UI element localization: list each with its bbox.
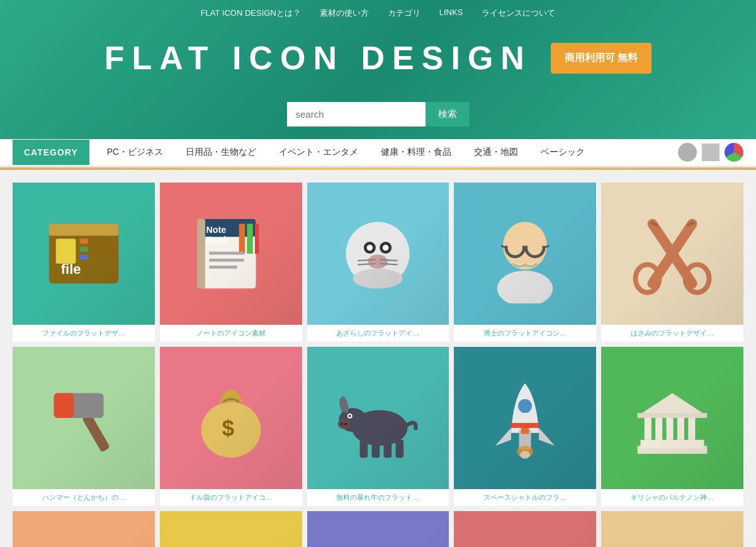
nav-link-license[interactable]: ライセンスについて xyxy=(482,8,555,19)
svg-point-28 xyxy=(353,269,403,289)
list-item[interactable]: あざらしのフラットアイ… xyxy=(307,183,449,342)
svg-rect-71 xyxy=(688,416,695,440)
svg-rect-65 xyxy=(641,439,704,448)
svg-point-23 xyxy=(368,254,388,268)
icon-image-chicken xyxy=(160,511,302,547)
item-label: 無料の暴れ牛のフラット… xyxy=(307,489,449,506)
item-label: ギリシャのパルテノン神… xyxy=(601,489,743,506)
svg-rect-2 xyxy=(56,239,76,264)
svg-rect-4 xyxy=(80,247,88,252)
svg-point-54 xyxy=(341,422,344,426)
view-toggle-icons xyxy=(678,143,743,162)
list-item[interactable]: ギリシャのパルテノン神… xyxy=(601,347,743,506)
item-label: ドル袋のフラットアイコ… xyxy=(160,489,302,506)
item-label: スペースシャトルのフラ… xyxy=(454,489,596,506)
list-item[interactable]: file ファイルのフラットデザ… xyxy=(13,183,155,342)
nav-link-about[interactable]: FLAT ICON DESIGNとは？ xyxy=(201,8,301,19)
svg-rect-70 xyxy=(677,416,684,440)
svg-point-53 xyxy=(338,419,350,429)
svg-text:$: $ xyxy=(222,416,234,440)
list-item[interactable]: コーヒーカップのフラッ… xyxy=(454,511,596,547)
icon-image-bull xyxy=(307,347,449,489)
cat-health[interactable]: 健康・料理・食品 xyxy=(370,139,463,166)
svg-rect-5 xyxy=(80,254,88,259)
item-label: ハンマー（とんかち）の… xyxy=(13,489,155,506)
icon-image-eye xyxy=(13,511,155,547)
search-input[interactable] xyxy=(287,102,426,127)
svg-point-55 xyxy=(345,422,348,426)
svg-rect-3 xyxy=(80,239,88,244)
list-item[interactable]: スペースシャトルのフラ… xyxy=(454,347,596,506)
gray-circle-icon[interactable] xyxy=(678,143,697,162)
svg-rect-51 xyxy=(384,439,392,457)
color-circle-icon[interactable] xyxy=(725,143,743,162)
icon-image-seal xyxy=(307,183,449,325)
search-button[interactable]: 検索 xyxy=(426,102,470,127)
list-item[interactable]: 目玉のアイコン素材 xyxy=(13,511,155,547)
list-item[interactable]: $ ドル袋のフラットアイコ… xyxy=(160,347,302,506)
svg-rect-67 xyxy=(645,416,652,440)
gray-square-icon[interactable] xyxy=(702,144,719,161)
category-label: CATEGORY xyxy=(13,140,89,165)
list-item[interactable]: 無料の暴れ牛のフラット… xyxy=(307,347,449,506)
list-item[interactable]: にわとりのフラットアイ… xyxy=(160,511,302,547)
nav-link-links[interactable]: LINKS xyxy=(439,8,463,19)
cat-event[interactable]: イベント・エンタメ xyxy=(268,139,370,166)
icon-image-hammer xyxy=(13,347,155,489)
svg-text:file: file xyxy=(61,261,81,277)
cat-basic[interactable]: ベーシック xyxy=(529,139,596,166)
svg-rect-1 xyxy=(49,223,119,235)
list-item[interactable]: ハンマー（とんかち）の… xyxy=(13,347,155,506)
nav-link-usage[interactable]: 素材の使い方 xyxy=(320,8,369,19)
svg-rect-69 xyxy=(667,416,674,440)
svg-line-27 xyxy=(380,264,398,265)
svg-point-58 xyxy=(518,399,532,413)
svg-rect-10 xyxy=(247,223,252,253)
item-label: はさみのフラットデザイ… xyxy=(601,325,743,342)
icon-image-calculator: + − × ÷ xyxy=(307,511,449,547)
item-label: ファイルのフラットデザ… xyxy=(13,325,155,342)
svg-point-22 xyxy=(383,245,388,251)
svg-point-21 xyxy=(367,245,373,251)
list-item[interactable]: はさみのフラットデザイ… xyxy=(601,183,743,342)
svg-marker-66 xyxy=(638,393,708,415)
icon-image-parthenon xyxy=(601,347,743,489)
icon-image-shuttle xyxy=(454,347,596,489)
icon-grid: file ファイルのフラットデザ… Note Book ノートのアイコ xyxy=(0,170,756,547)
list-item[interactable]: 博士のフラットアイコン… xyxy=(454,183,596,342)
list-item[interactable]: + − × ÷ 計算機のフラットアイコ… xyxy=(307,511,449,547)
cat-transport[interactable]: 交通・地図 xyxy=(463,139,529,166)
icon-image-notebook: Note Book xyxy=(160,183,302,325)
search-bar: 検索 xyxy=(0,102,756,127)
item-label: ノートのアイコン素材 xyxy=(160,325,302,342)
svg-rect-52 xyxy=(396,439,404,457)
svg-rect-15 xyxy=(209,259,244,262)
category-bar: CATEGORY PC・ビジネス 日用品・生物など イベント・エンタメ 健康・料… xyxy=(0,139,756,167)
svg-rect-68 xyxy=(655,416,662,440)
item-label: 博士のフラットアイコン… xyxy=(454,325,596,342)
icon-image-scissors xyxy=(601,183,743,325)
site-title: FLAT ICON DESIGN xyxy=(104,39,532,77)
icon-image-buffalo xyxy=(601,511,743,547)
nav-link-category[interactable]: カテゴリ xyxy=(388,8,420,19)
svg-rect-49 xyxy=(360,439,368,457)
svg-rect-44 xyxy=(54,393,74,418)
icon-image-professor xyxy=(454,183,596,325)
svg-text:Book: Book xyxy=(206,235,228,245)
list-item[interactable]: Note Book ノートのアイコン素材 xyxy=(160,183,302,342)
svg-point-30 xyxy=(497,271,553,303)
svg-text:Note: Note xyxy=(206,225,226,235)
svg-point-63 xyxy=(520,451,530,459)
icon-image-moneybag: $ xyxy=(160,347,302,489)
svg-rect-14 xyxy=(209,252,244,255)
svg-line-25 xyxy=(380,259,398,261)
cta-button[interactable]: 商用利用可 無料 xyxy=(551,43,652,74)
icon-image-file: file xyxy=(13,183,155,325)
svg-rect-50 xyxy=(372,439,380,457)
cat-pc-business[interactable]: PC・ビジネス xyxy=(96,139,174,166)
svg-rect-17 xyxy=(197,219,205,289)
list-item[interactable]: バッファローのフラット… xyxy=(601,511,743,547)
svg-rect-16 xyxy=(209,266,237,269)
svg-rect-9 xyxy=(239,223,244,253)
cat-daily[interactable]: 日用品・生物など xyxy=(174,139,268,166)
